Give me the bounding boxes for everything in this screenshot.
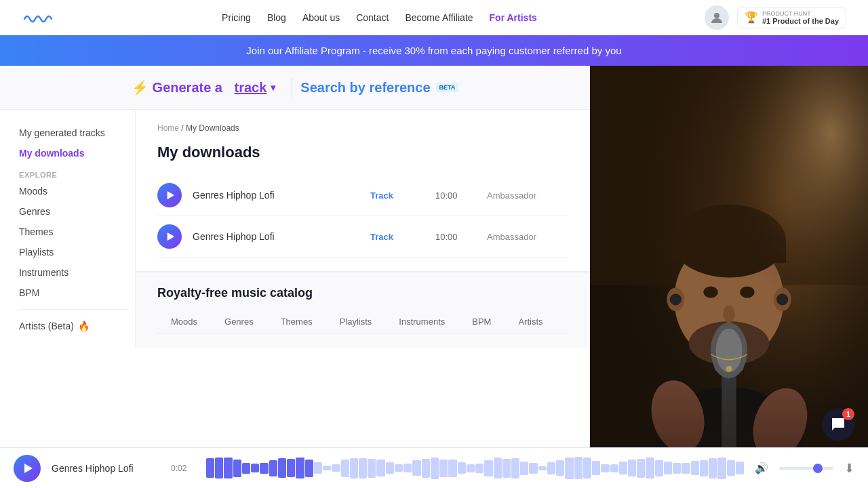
- product-hunt-big-label: #1 Product of the Day: [762, 17, 839, 25]
- waveform-bar-23: [412, 460, 420, 476]
- sidebar-item-generated[interactable]: My generated tracks: [14, 123, 135, 142]
- sidebar-item-genres[interactable]: Genres: [14, 202, 135, 221]
- waveform-bar-7: [269, 460, 277, 476]
- waveform-bar-58: [727, 460, 735, 476]
- generate-prefix: Generate a: [153, 80, 222, 96]
- waveform-bar-4: [242, 463, 250, 474]
- sidebar-item-playlists[interactable]: Playlists: [14, 243, 135, 262]
- catalog-tab-playlists[interactable]: Playlists: [326, 311, 386, 333]
- svg-marker-2: [167, 232, 175, 241]
- user-avatar-button[interactable]: [705, 5, 729, 30]
- track-duration-0: 10:00: [435, 190, 476, 201]
- generate-track-button[interactable]: ⚡ Generate a track ▾: [132, 79, 284, 96]
- catalog-tab-artists[interactable]: Artists: [505, 311, 556, 333]
- nav-blog[interactable]: Blog: [267, 12, 286, 23]
- search-by-reference-button[interactable]: Search by reference BETA: [300, 80, 458, 96]
- lightning-icon: ⚡: [132, 79, 149, 96]
- product-hunt-badge[interactable]: 🏆 Product Hunt #1 Product of the Day: [737, 7, 846, 28]
- artists-beta-label: Artists (Beta): [19, 321, 74, 331]
- sidebar-item-themes[interactable]: Themes: [14, 222, 135, 241]
- waveform-bar-51: [664, 462, 672, 474]
- play-icon: [22, 463, 33, 474]
- breadcrumb-current: My Downloads: [186, 123, 239, 133]
- main-content: Home / My Downloads My downloads Genres …: [136, 110, 590, 349]
- waveform-bar-18: [368, 459, 376, 478]
- player-waveform[interactable]: [206, 458, 744, 479]
- waveform-bar-12: [314, 462, 322, 474]
- sidebar-divider: [19, 309, 130, 310]
- catalog-tab-moods[interactable]: Moods: [157, 311, 211, 333]
- catalog-title: Royalty-free music catalog: [157, 286, 568, 300]
- track-link[interactable]: track: [235, 80, 267, 96]
- catalog-section: Royalty-free music catalog MoodsGenresTh…: [136, 271, 590, 348]
- track-type-1: Track: [370, 232, 425, 242]
- track-duration-1: 10:00: [435, 232, 476, 242]
- catalog-tab-bpm[interactable]: BPM: [458, 311, 505, 333]
- waveform-bar-29: [467, 464, 475, 472]
- nav-about[interactable]: About us: [302, 12, 340, 23]
- svg-marker-1: [167, 191, 175, 199]
- waveform-bar-50: [655, 460, 663, 476]
- nav-affiliate[interactable]: Become Affiliate: [405, 12, 473, 23]
- sidebar-item-downloads[interactable]: My downloads: [14, 144, 135, 163]
- player-current-time: 0:02: [171, 464, 195, 473]
- sidebar-item-instruments[interactable]: Instruments: [14, 263, 135, 282]
- breadcrumb-home[interactable]: Home: [157, 123, 179, 133]
- sidebar-item-bpm[interactable]: BPM: [14, 283, 135, 302]
- waveform-bar-52: [673, 463, 681, 474]
- waveform-bar-21: [395, 464, 403, 472]
- volume-icon: 🔊: [755, 462, 768, 474]
- waveform-bar-30: [475, 464, 484, 473]
- track-name-0: Genres Hiphop Lofi: [193, 190, 359, 201]
- waveform-bar-9: [287, 459, 295, 477]
- nav-contact[interactable]: Contact: [356, 12, 389, 23]
- sidebar-item-artists-beta[interactable]: Artists (Beta) 🔥: [14, 317, 135, 336]
- content-area: Home / My Downloads My downloads Genres …: [136, 110, 590, 271]
- waveform-bar-32: [494, 458, 502, 479]
- chat-button[interactable]: 1: [822, 408, 854, 441]
- nav-pricing[interactable]: Pricing: [222, 12, 251, 23]
- affiliate-banner[interactable]: Join our Affiliate Program - receive 30%…: [0, 35, 868, 66]
- nav-for-artists[interactable]: For Artists: [490, 12, 537, 23]
- product-hunt-text: Product Hunt #1 Product of the Day: [762, 10, 839, 25]
- track-plan-0: Ambassador: [487, 190, 568, 201]
- waveform-bar-14: [332, 464, 340, 472]
- sidebar-item-moods[interactable]: Moods: [14, 182, 135, 201]
- waveform-bar-59: [736, 462, 744, 474]
- waveform-bar-25: [431, 458, 439, 479]
- track-play-button-0[interactable]: [157, 183, 182, 207]
- volume-slider[interactable]: [779, 467, 833, 470]
- main-container: ⚡ Generate a track ▾ Search by reference…: [0, 66, 868, 488]
- waveform-bar-13: [323, 466, 331, 470]
- play-icon: [165, 232, 175, 241]
- player-play-button[interactable]: [14, 455, 41, 482]
- play-icon: [165, 190, 175, 200]
- waveform-bar-1: [215, 458, 223, 479]
- catalog-tab-genres[interactable]: Genres: [211, 311, 267, 333]
- track-play-button-1[interactable]: [157, 224, 182, 249]
- waveform-bar-26: [439, 460, 448, 477]
- waveform-bar-20: [386, 462, 394, 474]
- waveform-bar-17: [359, 458, 367, 479]
- banner-text: Join our Affiliate Program - receive 30%…: [246, 45, 621, 56]
- action-bar: ⚡ Generate a track ▾ Search by reference…: [0, 66, 590, 110]
- download-button[interactable]: ⬇: [844, 461, 854, 476]
- waveform-bar-53: [682, 463, 690, 474]
- waveform-bar-36: [529, 463, 537, 474]
- svg-point-0: [714, 13, 719, 18]
- catalog-tab-instruments[interactable]: Instruments: [385, 311, 458, 333]
- waveform-bar-11: [305, 460, 313, 477]
- waveform-bar-45: [610, 464, 618, 472]
- waveform-bar-38: [547, 462, 555, 474]
- track-plan-1: Ambassador: [487, 232, 568, 242]
- waveform-bar-5: [251, 464, 259, 472]
- waveform-bar-3: [233, 460, 241, 477]
- logo[interactable]: [22, 9, 54, 26]
- search-ref-label: Search by reference: [300, 80, 430, 96]
- fire-icon: 🔥: [78, 321, 90, 331]
- waveform-bar-6: [260, 463, 268, 474]
- waveform-bar-0: [206, 458, 214, 478]
- catalog-tabs: MoodsGenresThemesPlaylistsInstrumentsBPM…: [157, 311, 568, 334]
- waveform-bar-43: [592, 461, 600, 475]
- catalog-tab-themes[interactable]: Themes: [267, 311, 326, 333]
